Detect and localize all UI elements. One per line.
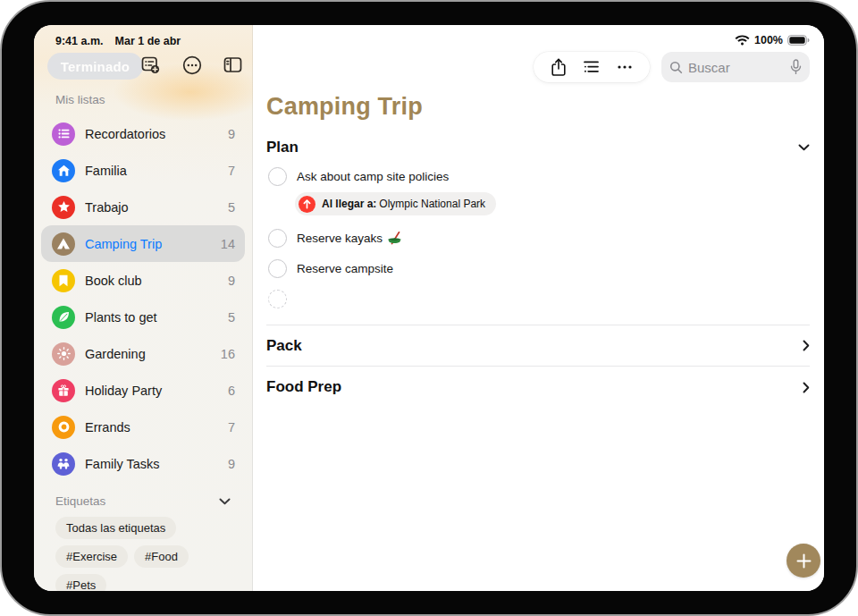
collapsed-sections: PackFood Prep: [266, 325, 810, 408]
lists-container: Recordatorios9Familia7Trabajo5Camping Tr…: [34, 114, 252, 482]
list-count: 9: [228, 457, 235, 471]
sidebar-list-holiday-party[interactable]: Holiday Party6: [41, 372, 245, 409]
list-count: 5: [228, 310, 235, 325]
my-lists-header: Mis listas: [55, 93, 252, 106]
tag-pill-exercise[interactable]: #Exercise: [55, 545, 128, 568]
main-content: 100%: [253, 25, 824, 591]
share-icon[interactable]: [548, 56, 569, 78]
task-checkbox[interactable]: [268, 167, 287, 186]
sidebar-list-gardening[interactable]: Gardening16: [41, 335, 245, 372]
ring-icon: [52, 416, 75, 439]
task-list: Ask about camp site policiesAl llegar a:…: [266, 163, 810, 312]
section-plan-name: Plan: [266, 139, 299, 156]
sidebar-list-book-club[interactable]: Book club9: [41, 262, 245, 299]
task-title[interactable]: Reserve campsite: [297, 262, 393, 275]
list-count: 6: [228, 384, 235, 398]
arrival-arrow-icon: [299, 196, 315, 213]
chevron-down-icon: [798, 144, 810, 151]
toolbar-pill: [534, 52, 650, 82]
list-name: Family Tasks: [85, 457, 228, 471]
tags-header: Etiquetas: [55, 494, 105, 508]
sidebar-list-familia[interactable]: Familia7: [41, 152, 245, 189]
sidebar-list-trabajo[interactable]: Trabajo5: [41, 189, 245, 225]
leaf-icon: [52, 306, 75, 329]
sidebar-list-recordatorios[interactable]: Recordatorios9: [41, 115, 245, 152]
task-checkbox[interactable]: [268, 259, 287, 278]
chevron-right-icon: [803, 340, 810, 351]
status-bar-right: 100%: [735, 34, 810, 46]
bookmark-icon: [52, 269, 75, 292]
location-tag-value: Olympic National Park: [379, 198, 485, 210]
search-field[interactable]: [661, 52, 810, 82]
more-circle-icon[interactable]: [180, 53, 204, 77]
sidebar-list-errands[interactable]: Errands7: [41, 409, 245, 445]
task-row: Reserve campsite: [266, 255, 810, 282]
list-name: Camping Trip: [85, 237, 221, 251]
empty-checkbox-placeholder[interactable]: [268, 290, 287, 308]
new-reminder-button[interactable]: [786, 544, 820, 578]
tags-container: Todas las etiquetas#Exercise#Food#Pets: [34, 515, 252, 591]
task-title[interactable]: Reserve kayaks: [297, 232, 402, 245]
location-tag[interactable]: Al llegar a:Olympic National Park: [295, 192, 496, 215]
chevron-right-icon: [803, 382, 810, 393]
status-bar-left: 9:41 a.m. Mar 1 de abr: [55, 35, 181, 47]
list-name: Familia: [85, 164, 228, 178]
sidebar-scroll: Mis listas Recordatorios9Familia7Trabajo…: [34, 80, 252, 591]
new-task-row: [266, 285, 810, 312]
task-title[interactable]: Ask about camp site policies: [297, 170, 449, 183]
location-tag-label: Al llegar a:: [322, 198, 376, 210]
more-icon[interactable]: [614, 56, 635, 78]
list-name: Plants to get: [85, 310, 228, 325]
status-date: Mar 1 de abr: [115, 35, 181, 47]
section-name: Food Prep: [266, 378, 341, 396]
list-name: Errands: [85, 420, 228, 435]
list-bullets-icon: [52, 122, 75, 146]
tent-icon: [52, 232, 75, 256]
gift-icon: [52, 379, 75, 402]
section-plan-header[interactable]: Plan: [266, 136, 810, 159]
sidebar-toolbar: Terminado: [34, 52, 252, 80]
done-button[interactable]: Terminado: [47, 53, 143, 80]
tags-chevron-down-icon[interactable]: [219, 498, 231, 505]
section-name: Pack: [266, 337, 302, 355]
tag-pill-todas-las-etiquetas[interactable]: Todas las etiquetas: [55, 517, 176, 539]
task-checkbox[interactable]: [268, 229, 287, 248]
sidebar-list-family-tasks[interactable]: Family Tasks9: [41, 445, 245, 482]
list-name: Holiday Party: [85, 384, 228, 398]
canoe-icon: [387, 232, 402, 245]
list-count: 16: [221, 347, 235, 361]
task-row: Ask about camp site policies: [266, 163, 810, 190]
sidebar-list-plants-to-get[interactable]: Plants to get5: [41, 299, 245, 335]
microphone-icon[interactable]: [790, 59, 802, 75]
list-count: 9: [228, 127, 235, 141]
ipad-screenshot: 9:41 a.m. Mar 1 de abr Terminado: [0, 0, 858, 616]
reminders-app: 9:41 a.m. Mar 1 de abr Terminado: [34, 25, 824, 591]
battery-percent: 100%: [754, 34, 783, 46]
sidebar-list-camping-trip[interactable]: Camping Trip14: [41, 225, 245, 262]
family-icon: [52, 452, 75, 476]
list-count: 5: [228, 200, 235, 215]
house-icon: [52, 159, 75, 182]
search-icon: [669, 61, 683, 74]
list-count: 7: [228, 164, 235, 178]
main-toolbar: [266, 25, 810, 82]
list-name: Gardening: [85, 347, 221, 361]
sidebar: 9:41 a.m. Mar 1 de abr Terminado: [34, 25, 253, 591]
add-list-icon[interactable]: [139, 53, 163, 77]
tag-pill-pets[interactable]: #Pets: [55, 574, 106, 591]
list-count: 9: [228, 274, 235, 288]
list-name: Trabajo: [85, 200, 228, 215]
toggle-sidebar-icon[interactable]: [221, 53, 245, 77]
search-input[interactable]: [688, 60, 785, 75]
list-name: Recordatorios: [85, 127, 228, 141]
tag-pill-food[interactable]: #Food: [134, 545, 189, 568]
sun-icon: [52, 342, 75, 366]
group-list-icon[interactable]: [581, 56, 602, 78]
list-count: 14: [221, 237, 235, 251]
page-title: Camping Trip: [266, 93, 810, 121]
task-row: Reserve kayaks: [266, 224, 810, 251]
section-pack-header[interactable]: Pack: [266, 325, 810, 367]
section-food-prep-header[interactable]: Food Prep: [266, 367, 810, 408]
list-name: Book club: [85, 274, 228, 288]
battery-icon: [787, 35, 810, 46]
